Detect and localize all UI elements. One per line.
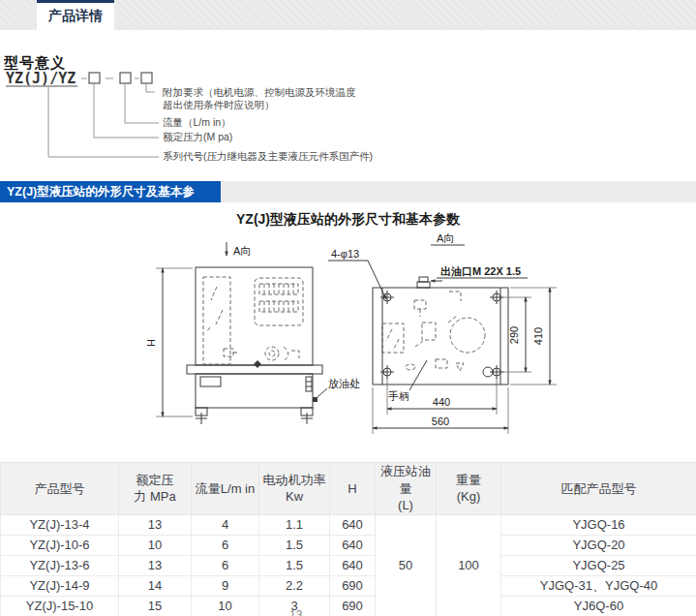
cell-match: YJGQ-31、YJGQ-40	[501, 575, 696, 596]
cell-model: YZ(J)-10-6	[1, 535, 119, 555]
cell-pressure: 14	[119, 575, 192, 596]
cell-match: YJGQ-20	[501, 535, 696, 555]
cell-pressure: 13	[119, 514, 192, 535]
spec-table-wrap: 产品型号 额定压力 MPa 流量L/m in 电动机功率Kw H 液压站油量(L…	[0, 462, 696, 616]
cell-h: 640	[330, 535, 376, 555]
cell-model: YZ(J)-15-10	[1, 596, 119, 616]
cell-flow: 4	[192, 514, 259, 535]
height-dim-label: H	[145, 339, 157, 347]
col-header-motor-power: 电动机功率Kw	[259, 463, 330, 515]
tab-product-detail-label: 产品详情	[48, 8, 103, 25]
top-view: A向 出油口M 22X 1.5 手柄	[328, 232, 557, 434]
col-header-matching-model: 匹配产品型号	[501, 463, 696, 515]
cell-oil-volume-merged: 50	[376, 514, 437, 616]
model-box-3	[141, 73, 152, 83]
note-additional-line2: 超出使用条件时应说明）	[163, 99, 275, 110]
drain-label: 放油处	[328, 378, 360, 389]
dim-290-label: 290	[508, 326, 520, 344]
col-header-rated-pressure: 额定压力 MPa	[119, 463, 192, 515]
cell-flow: 6	[192, 535, 259, 555]
col-header-h: H	[330, 463, 376, 515]
cell-power: 2.2	[259, 575, 330, 596]
cell-flow: 6	[192, 555, 259, 575]
top-tab-strip: 产品详情	[0, 0, 696, 30]
note-series: 系列代号(压力继电器及主要液压元件系国产件)	[163, 150, 373, 162]
cell-pressure: 15	[119, 596, 192, 616]
col-header-oil-volume: 液压站油量(L)	[376, 463, 437, 515]
cell-pressure: 13	[119, 555, 192, 575]
cell-match: YJGQ-25	[501, 555, 696, 575]
cell-model: YZ(J)-13-6	[1, 555, 119, 575]
dim-560-label: 560	[432, 416, 449, 427]
spec-table: 产品型号 额定压力 MPa 流量L/m in 电动机功率Kw H 液压站油量(L…	[0, 462, 696, 616]
cell-model: YZ(J)-13-4	[1, 514, 119, 535]
cell-h: 640	[330, 514, 376, 535]
cell-power: 1.1	[259, 514, 330, 535]
outlet-label: 出油口M 22X 1.5	[440, 265, 521, 277]
top-view-internals	[382, 292, 485, 371]
cell-power: 1.5	[259, 555, 330, 575]
model-box-2	[120, 73, 131, 83]
table-row: YZ(J)-15-10 15 10 3 690 YJ6Q-60	[1, 596, 696, 616]
section-header-strip: YZ(J)型液压站的外形尺寸及基本参	[0, 181, 696, 202]
model-code-diagram: YZ(J)/YZ 附加要求（电机电源、控制电源及环境温度 超出使用条件时应说明）…	[2, 66, 409, 180]
cell-flow: 10	[192, 596, 259, 616]
cell-match: YJ6Q-60	[501, 596, 696, 616]
col-header-weight: 重量(Kg)	[437, 463, 501, 515]
table-row: YZ(J)-13-4 13 4 1.1 640 50 100 YJGQ-16	[1, 514, 696, 535]
front-view: A向 放油处 H	[145, 242, 360, 424]
cell-match: YJGQ-16	[501, 514, 696, 535]
col-header-product-model: 产品型号	[1, 463, 119, 515]
drawing-title: YZ(J)型液压站的外形尺寸和基本参数	[0, 211, 696, 229]
product-detail-page: { "tab": { "label": "产品详情" }, "model_sec…	[0, 0, 696, 616]
table-row: YZ(J)-14-9 14 9 2.2 690 YJGQ-31、YJGQ-40	[1, 575, 696, 596]
tab-product-detail[interactable]: 产品详情	[37, 0, 114, 30]
handle-label: 手柄	[388, 390, 409, 402]
technical-drawing: A向 放油处 H A向 出油口M 22X 1	[129, 231, 579, 453]
dim-440-label: 440	[433, 396, 450, 408]
table-row: YZ(J)-10-6 10 6 1.5 640 YJGQ-20	[1, 535, 696, 555]
cell-h: 690	[330, 596, 376, 616]
holes-callout-label: 4-φ13	[331, 248, 359, 260]
dim-410-label: 410	[532, 327, 544, 345]
note-flow: 流量（L/m in）	[163, 116, 231, 128]
cell-power: 1.5	[259, 535, 330, 555]
cell-model: YZ(J)-14-9	[1, 575, 119, 596]
model-box-1	[89, 73, 100, 83]
front-view-internals	[203, 277, 303, 364]
drain-point	[313, 397, 318, 402]
col-header-flow: 流量L/m in	[192, 463, 259, 515]
cell-weight-merged: 100	[437, 514, 501, 616]
cell-h: 640	[330, 555, 376, 575]
cell-h: 690	[330, 575, 376, 596]
page-number: 13	[289, 608, 302, 616]
table-header-row: 产品型号 额定压力 MPa 流量L/m in 电动机功率Kw H 液压站油量(L…	[1, 463, 696, 515]
section-header-bar: YZ(J)型液压站的外形尺寸及基本参	[0, 181, 221, 202]
front-view-direction-label: A向	[233, 245, 251, 257]
cell-flow: 9	[192, 575, 259, 596]
note-additional-line1: 附加要求（电机电源、控制电源及环境温度	[163, 86, 356, 98]
model-code-text: YZ(J)/YZ	[6, 70, 76, 87]
table-row: YZ(J)-13-6 13 6 1.5 640 YJGQ-25	[1, 555, 696, 575]
top-view-direction-label: A向	[437, 232, 454, 244]
note-pressure: 额定压力(M pa)	[163, 131, 232, 142]
cell-pressure: 10	[119, 535, 192, 555]
